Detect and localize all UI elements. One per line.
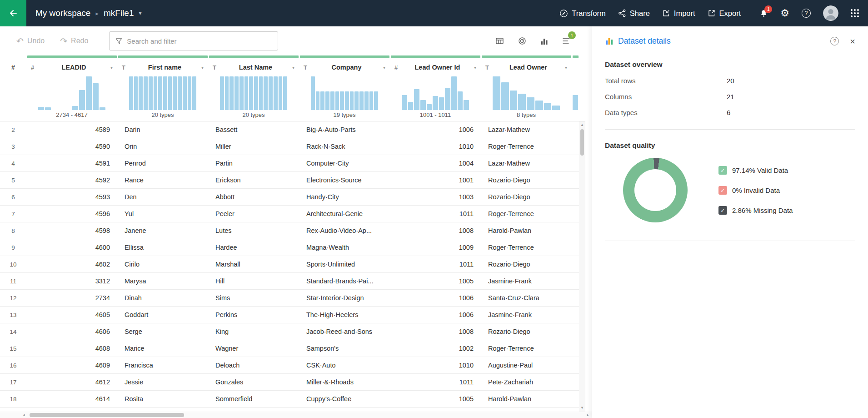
table-row[interactable]: 14 4606SergeKingJacob·Reed·and·Sons1008R… xyxy=(0,323,579,340)
row-number[interactable]: 9 xyxy=(0,244,26,251)
table-row[interactable]: 10 4602CiriloMarshallSports·Unlimited101… xyxy=(0,256,579,273)
cell[interactable]: King xyxy=(208,328,299,335)
column-histogram[interactable] xyxy=(390,76,481,110)
row-number[interactable]: 11 xyxy=(0,278,26,285)
cell[interactable]: Architectural·Genie xyxy=(299,210,390,217)
notifications-button[interactable]: 1 xyxy=(759,9,768,18)
cell[interactable]: Rozario·Diego xyxy=(481,328,572,335)
cell[interactable]: Partin xyxy=(208,160,299,167)
undo-button[interactable]: ↶ Undo xyxy=(16,37,45,45)
cell[interactable]: Lazar·Mathew xyxy=(481,126,572,133)
row-number[interactable]: 16 xyxy=(0,362,26,369)
cell[interactable]: 1005 xyxy=(390,277,481,285)
cell[interactable]: Sports·Unlimited xyxy=(299,261,390,268)
cell[interactable]: The·High·Heelers xyxy=(299,311,390,318)
cell[interactable]: Rosita xyxy=(117,395,208,403)
scroll-right-icon[interactable]: ▸ xyxy=(587,413,589,417)
sample-view-icon[interactable] xyxy=(495,36,504,46)
cell[interactable]: Jacob·Reed·and·Sons xyxy=(299,328,390,335)
column-menu-icon[interactable]: ▾ xyxy=(292,65,294,70)
column-header[interactable]: T Last Name ▾ 20 types xyxy=(208,55,299,121)
table-row[interactable]: 16 4609FranciscaDeloachCSK·Auto1010Augus… xyxy=(0,357,579,374)
avatar[interactable] xyxy=(823,5,838,21)
cell[interactable]: Handy·City xyxy=(299,193,390,201)
cell[interactable]: Dinah xyxy=(117,294,208,302)
column-title[interactable]: Lead Owner Id xyxy=(403,64,472,71)
cell[interactable]: 1009 xyxy=(390,244,481,251)
cell[interactable]: 1004 xyxy=(390,160,481,167)
column-title[interactable]: LEADID xyxy=(39,64,109,71)
cell[interactable]: Marysa xyxy=(117,277,208,285)
cell[interactable]: 4591 xyxy=(26,160,117,167)
cell[interactable]: 4608 xyxy=(26,345,117,352)
cell[interactable]: CSK·Auto xyxy=(299,362,390,369)
cell[interactable]: Gonzales xyxy=(208,378,299,386)
cell[interactable]: Lazar·Mathew xyxy=(481,160,572,167)
row-number[interactable]: 12 xyxy=(0,295,26,302)
back-button[interactable] xyxy=(0,0,26,26)
cell[interactable]: 4606 xyxy=(26,328,117,335)
scroll-up-icon[interactable]: ▲ xyxy=(580,123,584,127)
cell[interactable]: 4593 xyxy=(26,193,117,201)
cell[interactable]: Janene xyxy=(117,227,208,234)
cell[interactable]: 1006 xyxy=(390,311,481,318)
cell[interactable]: 4592 xyxy=(26,176,117,184)
import-button[interactable]: Import xyxy=(662,9,695,18)
cell[interactable]: 4602 xyxy=(26,261,117,268)
export-button[interactable]: Export xyxy=(708,9,741,18)
cell[interactable]: 1002 xyxy=(390,345,481,352)
cell[interactable]: 1006 xyxy=(390,294,481,302)
help-button[interactable]: ? xyxy=(802,9,811,18)
cell[interactable]: Rex·Audio·Video·Ap... xyxy=(299,227,390,234)
applied-steps-icon[interactable]: 1 xyxy=(562,36,571,45)
share-button[interactable]: Share xyxy=(618,9,650,18)
cell[interactable]: 4596 xyxy=(26,210,117,217)
legend-checkbox[interactable]: ✓ xyxy=(718,186,727,195)
scroll-down-icon[interactable]: ▼ xyxy=(580,406,584,410)
column-menu-icon[interactable]: ▾ xyxy=(110,65,113,70)
scroll-left-icon[interactable]: ◂ xyxy=(23,413,25,417)
row-number[interactable]: 4 xyxy=(0,160,26,167)
cell[interactable]: 1011 xyxy=(390,378,481,386)
cell[interactable]: Computer·City xyxy=(299,160,390,167)
row-number[interactable]: 7 xyxy=(0,211,26,217)
cell[interactable]: 4589 xyxy=(26,126,117,133)
cell[interactable]: Magna·Wealth xyxy=(299,244,390,251)
cell[interactable]: Ellissa xyxy=(117,244,208,251)
cell[interactable]: Den xyxy=(117,193,208,201)
column-title[interactable]: Last Name xyxy=(221,64,290,71)
cell[interactable]: Serge xyxy=(117,328,208,335)
cell[interactable]: Sampson's xyxy=(299,345,390,352)
cell[interactable]: 4600 xyxy=(26,244,117,251)
vertical-scrollbar[interactable]: ▲ ▼ xyxy=(579,121,585,412)
cell[interactable]: Francisca xyxy=(117,362,208,369)
table-row[interactable]: 13 4605GoddartPerkinsThe·High·Heelers100… xyxy=(0,307,579,323)
file-dropdown-icon[interactable]: ▾ xyxy=(139,10,141,16)
cell[interactable]: Sims xyxy=(208,294,299,302)
cell[interactable]: Perkins xyxy=(208,311,299,318)
cell[interactable]: Santa·Cruz·Clara xyxy=(481,294,572,302)
cell[interactable]: 4590 xyxy=(26,143,117,150)
horizontal-scroll-thumb[interactable] xyxy=(30,413,184,417)
table-row[interactable]: 3 4590OrinMillerRack·N·Sack1010Roger·Ter… xyxy=(0,138,579,155)
cell[interactable]: 1011 xyxy=(390,261,481,268)
column-menu-icon[interactable]: ▾ xyxy=(201,65,204,70)
cell[interactable]: Orin xyxy=(117,143,208,150)
column-header[interactable]: T Lead Owner ▾ 8 types xyxy=(481,55,572,121)
legend-checkbox[interactable]: ✓ xyxy=(718,206,727,215)
table-row[interactable]: 17 4612JessieGonzalesMiller·&·Rhoads1011… xyxy=(0,374,579,391)
partial-column[interactable] xyxy=(572,55,579,121)
cell[interactable]: Marshall xyxy=(208,261,299,268)
row-number[interactable]: 3 xyxy=(0,143,26,150)
cell[interactable]: Jessie xyxy=(117,378,208,386)
cell[interactable]: Roger·Terrence xyxy=(481,244,572,251)
table-row[interactable]: 4 4591PenrodPartinComputer·City1004Lazar… xyxy=(0,155,579,172)
data-quality-icon[interactable] xyxy=(518,36,527,45)
breadcrumb-workspace[interactable]: My workspace xyxy=(35,8,90,18)
cell[interactable]: Augustine·Paul xyxy=(481,362,572,369)
vertical-scroll-thumb[interactable] xyxy=(580,129,584,156)
row-number[interactable]: 2 xyxy=(0,126,26,133)
cell[interactable]: Bassett xyxy=(208,126,299,133)
cell[interactable]: Erickson xyxy=(208,176,299,184)
cell[interactable]: Electronics·Source xyxy=(299,176,390,184)
